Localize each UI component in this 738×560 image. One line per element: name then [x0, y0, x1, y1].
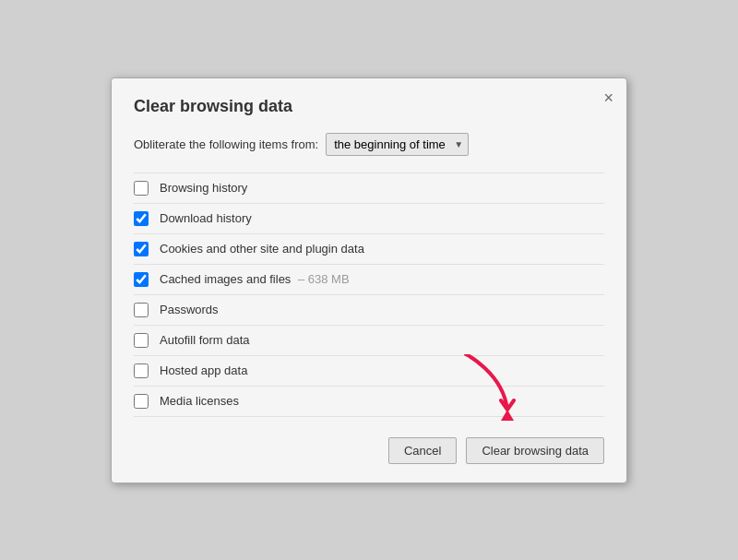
checkbox-row-browsing-history: Browsing history — [134, 173, 604, 203]
checkbox-text-download-history: Download history — [160, 211, 252, 225]
clear-browsing-data-dialog: Clear browsing data × Obliterate the fol… — [111, 77, 627, 483]
checkbox-browsing-history[interactable] — [134, 181, 149, 196]
checkbox-row-media-licenses: Media licenses — [134, 386, 604, 417]
checkbox-download-history[interactable] — [134, 211, 149, 226]
checkbox-text-media-licenses: Media licenses — [160, 394, 239, 408]
checkbox-label-autofill[interactable]: Autofill form data — [160, 333, 250, 347]
checkbox-passwords[interactable] — [134, 303, 149, 317]
checkbox-cookies[interactable] — [134, 242, 149, 256]
checkbox-label-cached[interactable]: Cached images and files – 638 MB — [160, 272, 350, 286]
checkbox-text-cookies: Cookies and other site and plugin data — [160, 242, 364, 256]
checkbox-label-passwords[interactable]: Passwords — [160, 303, 219, 316]
checkbox-label-cookies[interactable]: Cookies and other site and plugin data — [160, 242, 364, 256]
close-button[interactable]: × — [603, 89, 613, 106]
cancel-button[interactable]: Cancel — [388, 437, 457, 464]
time-select[interactable]: the past hourthe past daythe past weekth… — [326, 133, 469, 156]
checkbox-row-cookies: Cookies and other site and plugin data — [134, 233, 604, 264]
checkbox-label-browsing-history[interactable]: Browsing history — [160, 181, 247, 195]
time-select-wrapper[interactable]: the past hourthe past daythe past weekth… — [326, 133, 469, 156]
checkbox-row-cached: Cached images and files – 638 MB — [134, 264, 604, 294]
dialog-title: Clear browsing data — [134, 97, 604, 116]
cache-size-label: – 638 MB — [294, 272, 349, 286]
checkbox-cached[interactable] — [134, 272, 149, 287]
obliterate-row: Obliterate the following items from: the… — [134, 133, 604, 156]
checkbox-autofill[interactable] — [134, 333, 149, 348]
checkbox-row-passwords: Passwords — [134, 294, 604, 325]
button-row: Cancel Clear browsing data — [134, 437, 604, 464]
checkbox-text-browsing-history: Browsing history — [160, 181, 247, 195]
checkbox-label-media-licenses[interactable]: Media licenses — [160, 394, 239, 408]
checkbox-text-autofill: Autofill form data — [160, 333, 250, 347]
checkbox-label-download-history[interactable]: Download history — [160, 211, 252, 225]
checkbox-text-hosted-app: Hosted app data — [160, 363, 247, 377]
checkbox-label-hosted-app[interactable]: Hosted app data — [160, 363, 247, 377]
checkbox-text-cached: Cached images and files — [160, 272, 291, 286]
clear-browsing-data-button[interactable]: Clear browsing data — [466, 437, 604, 464]
checkbox-row-download-history: Download history — [134, 203, 604, 233]
checkbox-media-licenses[interactable] — [134, 394, 149, 409]
checkbox-hosted-app[interactable] — [134, 363, 149, 378]
checkbox-text-passwords: Passwords — [160, 303, 219, 316]
checkbox-row-autofill: Autofill form data — [134, 325, 604, 355]
obliterate-label: Obliterate the following items from: — [134, 137, 318, 151]
checkboxes-container: Browsing historyDownload historyCookies … — [134, 173, 604, 417]
checkbox-row-hosted-app: Hosted app data — [134, 355, 604, 386]
